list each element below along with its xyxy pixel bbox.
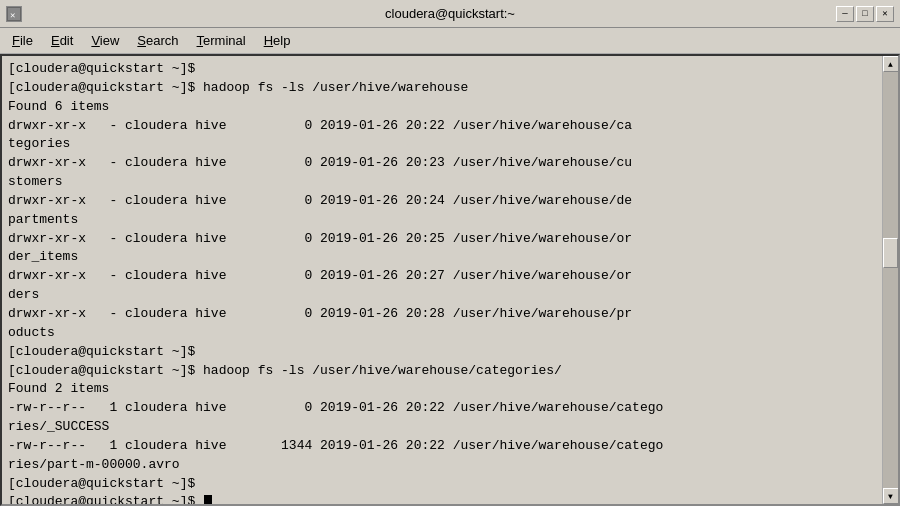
terminal-line: drwxr-xr-x - cloudera hive 0 2019-01-26 … — [8, 117, 876, 136]
close-button[interactable]: ✕ — [876, 6, 894, 22]
scroll-thumb[interactable] — [883, 238, 898, 268]
terminal-line: [cloudera@quickstart ~]$ — [8, 60, 876, 79]
terminal-line: partments — [8, 211, 876, 230]
terminal-line: ries/part-m-00000.avro — [8, 456, 876, 475]
terminal-line: tegories — [8, 135, 876, 154]
terminal-line: -rw-r--r-- 1 cloudera hive 1344 2019-01-… — [8, 437, 876, 456]
terminal-line: [cloudera@quickstart ~]$ hadoop fs -ls /… — [8, 362, 876, 381]
scrollbar[interactable]: ▲ ▼ — [882, 56, 898, 504]
menu-bar: File Edit View Search Terminal Help — [0, 28, 900, 54]
terminal-line: der_items — [8, 248, 876, 267]
scroll-track — [883, 72, 898, 488]
terminal-line: drwxr-xr-x - cloudera hive 0 2019-01-26 … — [8, 267, 876, 286]
minimize-button[interactable]: — — [836, 6, 854, 22]
terminal-icon: ✕ — [6, 6, 22, 22]
terminal-line: [cloudera@quickstart ~]$ hadoop fs -ls /… — [8, 79, 876, 98]
terminal-line: Found 6 items — [8, 98, 876, 117]
terminal-line: drwxr-xr-x - cloudera hive 0 2019-01-26 … — [8, 230, 876, 249]
window-title: cloudera@quickstart:~ — [385, 6, 515, 21]
scroll-up-button[interactable]: ▲ — [883, 56, 899, 72]
title-bar-left: ✕ — [6, 6, 22, 22]
menu-help[interactable]: Help — [256, 30, 299, 51]
terminal-line: oducts — [8, 324, 876, 343]
terminal-line: ders — [8, 286, 876, 305]
terminal-line: stomers — [8, 173, 876, 192]
terminal-cursor — [204, 495, 212, 504]
terminal-line: [cloudera@quickstart ~]$ — [8, 493, 876, 504]
terminal-container: [cloudera@quickstart ~]$[cloudera@quicks… — [0, 54, 900, 506]
window-controls: — □ ✕ — [836, 6, 894, 22]
title-bar: ✕ cloudera@quickstart:~ — □ ✕ — [0, 0, 900, 28]
terminal-line: [cloudera@quickstart ~]$ — [8, 343, 876, 362]
terminal-line: ries/_SUCCESS — [8, 418, 876, 437]
terminal-line: [cloudera@quickstart ~]$ — [8, 475, 876, 494]
terminal-line: Found 2 items — [8, 380, 876, 399]
menu-terminal[interactable]: Terminal — [189, 30, 254, 51]
menu-file[interactable]: File — [4, 30, 41, 51]
terminal-line: drwxr-xr-x - cloudera hive 0 2019-01-26 … — [8, 305, 876, 324]
menu-search[interactable]: Search — [129, 30, 186, 51]
terminal-line: drwxr-xr-x - cloudera hive 0 2019-01-26 … — [8, 192, 876, 211]
svg-text:✕: ✕ — [10, 11, 15, 21]
maximize-button[interactable]: □ — [856, 6, 874, 22]
terminal-line: drwxr-xr-x - cloudera hive 0 2019-01-26 … — [8, 154, 876, 173]
scroll-down-button[interactable]: ▼ — [883, 488, 899, 504]
terminal-output[interactable]: [cloudera@quickstart ~]$[cloudera@quicks… — [2, 56, 882, 504]
terminal-line: -rw-r--r-- 1 cloudera hive 0 2019-01-26 … — [8, 399, 876, 418]
menu-view[interactable]: View — [83, 30, 127, 51]
menu-edit[interactable]: Edit — [43, 30, 81, 51]
